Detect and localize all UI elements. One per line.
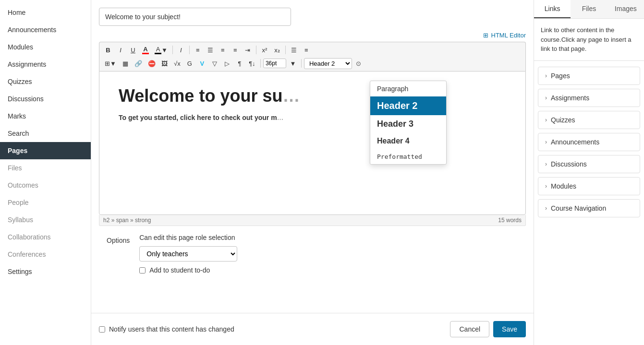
dropdown-item-header2[interactable]: Header 2: [370, 96, 446, 115]
font-color-button[interactable]: A: [140, 44, 151, 56]
word-count: 15 words: [498, 217, 522, 224]
align-center-button[interactable]: ☰: [205, 44, 216, 56]
sidebar-item-conferences[interactable]: Conferences: [0, 246, 91, 263]
panel-link-quizzes[interactable]: ›Quizzes: [538, 111, 640, 129]
options-label: Options: [107, 234, 130, 244]
main-content: ⊞ HTML Editor B I U A A▼ I ≡ ☰ ≡: [91, 0, 534, 345]
font-size-dropdown[interactable]: ▼: [287, 58, 299, 69]
panel-tab-links[interactable]: Links: [534, 0, 571, 18]
googledocs-button[interactable]: G: [184, 58, 195, 69]
right-panel: LinksFilesImages Link to other content i…: [534, 0, 644, 345]
panel-link-announcements[interactable]: ›Announcements: [538, 133, 640, 151]
indent-button[interactable]: ⇥: [242, 44, 254, 56]
panel-tab-images[interactable]: Images: [608, 0, 644, 18]
align-right-button[interactable]: ≡: [217, 44, 229, 56]
panel-description: Link to other content in the course.Clic…: [534, 19, 644, 61]
align-left-button[interactable]: ≡: [192, 44, 204, 56]
sidebar-item-quizzes[interactable]: Quizzes: [0, 73, 91, 90]
html-editor-label: HTML Editor: [491, 32, 526, 39]
panel-tab-files[interactable]: Files: [571, 0, 607, 18]
sidebar-item-modules[interactable]: Modules: [0, 38, 91, 56]
media-button[interactable]: ▦: [120, 58, 131, 69]
accessibility-button[interactable]: ⊙: [353, 58, 365, 69]
can-edit-description: Can edit this page role selection: [139, 234, 237, 241]
text-highlight-button[interactable]: A▼: [152, 44, 170, 56]
bullet-list-button[interactable]: ☰: [288, 44, 300, 56]
sidebar-item-syllabus[interactable]: Syllabus: [0, 211, 91, 228]
chevron-right-icon: ›: [545, 139, 547, 145]
chevron-right-icon: ›: [545, 161, 547, 167]
panel-tabs: LinksFilesImages: [534, 0, 644, 19]
sidebar-item-marks[interactable]: Marks: [0, 107, 91, 125]
italic2-button[interactable]: I: [175, 44, 187, 56]
notify-row: Notify users that this content has chang…: [99, 325, 234, 333]
content-area[interactable]: Welcome to your su… To get you started, …: [99, 71, 526, 215]
pilcrow-button[interactable]: ¶: [234, 58, 245, 69]
sidebar-item-pages[interactable]: Pages: [0, 142, 91, 159]
sidebar-item-outcomes[interactable]: Outcomes: [0, 177, 91, 194]
table-button[interactable]: ⊞▼: [102, 58, 119, 69]
sidebar-item-discussions[interactable]: Discussions: [0, 90, 91, 107]
content-subtext: To get you started, click here to check …: [119, 114, 506, 121]
notify-checkbox[interactable]: [99, 326, 105, 333]
panel-link-assignments[interactable]: ›Assignments: [538, 89, 640, 107]
student-todo-label: Add to student to-do: [149, 266, 210, 274]
sidebar-item-search[interactable]: Search: [0, 125, 91, 142]
html-editor-icon: ⊞: [483, 32, 488, 39]
italic-button[interactable]: I: [115, 44, 126, 56]
numbered-list-button[interactable]: ≡: [301, 44, 312, 56]
vimeo-button[interactable]: V: [196, 58, 208, 69]
sidebar-item-files[interactable]: Files: [0, 159, 91, 177]
sidebar-item-settings[interactable]: Settings: [0, 263, 91, 280]
bottom-bar: Notify users that this content has chang…: [91, 313, 534, 345]
sidebar-item-collaborations[interactable]: Collaborations: [0, 228, 91, 246]
html-editor-link[interactable]: ⊞ HTML Editor: [99, 32, 526, 39]
dropbox-button[interactable]: ▽: [209, 58, 220, 69]
chevron-right-icon: ›: [545, 72, 547, 79]
sidebar-item-assignments[interactable]: Assignments: [0, 56, 91, 73]
superscript-button[interactable]: x²: [259, 44, 270, 56]
notify-label: Notify users that this content has chang…: [109, 325, 234, 333]
options-content: Can edit this page role selection Only t…: [139, 234, 237, 274]
underline-button[interactable]: U: [127, 44, 139, 56]
font-size-input[interactable]: 36pt: [263, 59, 286, 68]
sidebar: HomeAnnouncementsModulesAssignmentsQuizz…: [0, 0, 91, 345]
toolbar: B I U A A▼ I ≡ ☰ ≡ ≡ ⇥ x² x₂: [99, 42, 526, 71]
editor-wrapper: ⊞ HTML Editor B I U A A▼ I ≡ ☰ ≡: [91, 0, 534, 313]
dropdown-item-header4[interactable]: Header 4: [370, 133, 446, 149]
clear-format-button[interactable]: ¶↓: [246, 58, 258, 69]
math-button[interactable]: √x: [171, 58, 183, 69]
video-button[interactable]: ▷: [221, 58, 233, 69]
panel-link-discussions[interactable]: ›Discussions: [538, 155, 640, 173]
chevron-right-icon: ›: [545, 205, 547, 212]
panel-link-modules[interactable]: ›Modules: [538, 177, 640, 195]
link-button[interactable]: 🔗: [132, 58, 145, 69]
content-heading: Welcome to your su…: [119, 86, 506, 106]
breadcrumb: h2 » span » strong: [103, 217, 151, 224]
panel-link-course-navigation[interactable]: ›Course Navigation: [538, 199, 640, 217]
options-area: Options Can edit this page role selectio…: [99, 226, 526, 274]
sidebar-item-people[interactable]: People: [0, 194, 91, 211]
action-buttons: Cancel Save: [450, 321, 526, 337]
unlink-button[interactable]: ⛔: [146, 58, 158, 69]
bold-button[interactable]: B: [102, 44, 114, 56]
sidebar-item-announcements[interactable]: Announcements: [0, 21, 91, 38]
dropdown-item-preformatted[interactable]: Preformatted: [370, 149, 446, 164]
student-todo-row: Add to student to-do: [139, 266, 237, 274]
heading-select[interactable]: Header 2: [304, 58, 352, 69]
sidebar-item-home[interactable]: Home: [0, 4, 91, 21]
chevron-right-icon: ›: [545, 183, 547, 190]
image-button[interactable]: 🖼: [159, 58, 170, 69]
student-todo-checkbox[interactable]: [139, 267, 146, 274]
align-justify-button[interactable]: ≡: [230, 44, 241, 56]
save-button[interactable]: Save: [493, 321, 526, 337]
status-bar: h2 » span » strong 15 words: [99, 215, 526, 226]
title-input[interactable]: [99, 8, 291, 26]
dropdown-item-paragraph[interactable]: Paragraph: [370, 81, 446, 96]
heading-dropdown: ParagraphHeader 2Header 3Header 4Preform…: [370, 81, 447, 165]
role-select[interactable]: Only teachers Teachers and Students Anyo…: [139, 246, 237, 262]
panel-link-pages[interactable]: ›Pages: [538, 67, 640, 85]
cancel-button[interactable]: Cancel: [450, 321, 489, 337]
dropdown-item-header3[interactable]: Header 3: [370, 115, 446, 133]
subscript-button[interactable]: x₂: [271, 44, 283, 56]
